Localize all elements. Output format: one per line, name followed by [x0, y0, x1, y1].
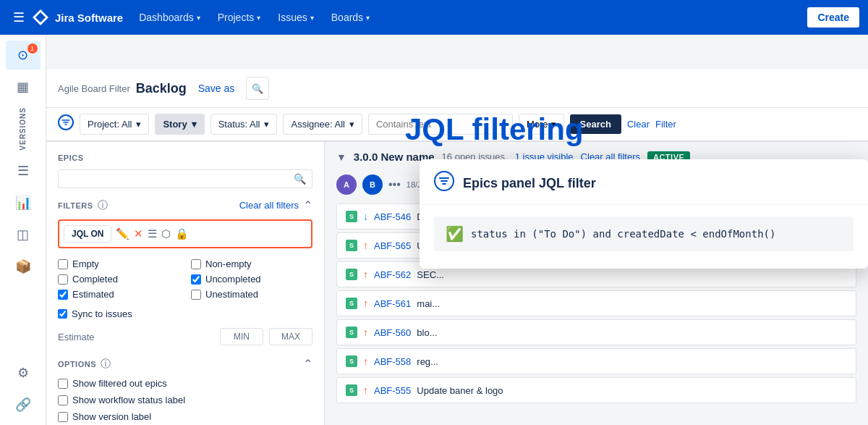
lock-icon[interactable]: 🔒 [175, 227, 189, 240]
chevron-down-icon: ▾ [197, 14, 200, 22]
jira-diamond-icon [32, 9, 49, 26]
backlog-label: Backlog [136, 81, 187, 96]
nav-projects[interactable]: Projects ▾ [210, 7, 268, 28]
estimate-label: Estimate [58, 332, 214, 342]
filters-label: FILTERS [58, 201, 93, 210]
checkbox-completed[interactable]: Completed [58, 274, 179, 285]
chevron-down-icon: ▾ [551, 119, 556, 130]
assignee-filter[interactable]: Assignee: All ▾ [283, 114, 362, 135]
search-icon: 🔍 [294, 173, 306, 185]
issue-type-icon: S [346, 269, 357, 280]
checkbox-unestimated[interactable]: Unestimated [191, 289, 312, 300]
project-filter[interactable]: Project: All ▾ [80, 114, 149, 135]
issue-type-icon: S [346, 384, 357, 396]
modal-title: Epics panel JQL filter [463, 176, 596, 191]
option-filtered-epics[interactable]: Show filtered out epics [58, 378, 312, 389]
versions-label: VERSIONS [19, 107, 27, 151]
filters-header: FILTERS ⓘ Clear all filters ⌃ [58, 198, 312, 212]
top-nav: ☰ Jira Software Dashboards ▾ Projects ▾ … [0, 0, 868, 35]
estimate-max-input[interactable] [269, 328, 312, 345]
sync-checkbox[interactable]: Sync to issues [58, 308, 312, 319]
jql-on-button[interactable]: JQL ON [64, 225, 111, 243]
clear-all-filters-link[interactable]: Clear all filters [239, 200, 299, 211]
close-icon[interactable]: ✕ [134, 227, 143, 240]
issue-key[interactable]: ABF-558 [374, 356, 411, 367]
issue-summary: SEC... [417, 269, 847, 280]
issue-key[interactable]: ABF-555 [374, 385, 411, 396]
jql-filter-modal: Epics panel JQL filter ✅ status in ("To … [420, 159, 868, 269]
jql-status-icon: ✅ [446, 225, 464, 243]
nav-boards[interactable]: Boards ▾ [324, 7, 377, 28]
option-workflow-status[interactable]: Show workflow status label [58, 395, 312, 405]
more-options-icon[interactable]: ••• [388, 178, 401, 191]
issue-type-icon: S [346, 298, 357, 309]
filter-checkboxes: Empty Non-empty Completed Uncompleted Es… [58, 258, 312, 300]
filter-bar: Project: All ▾ Story ▾ Status: All ▾ Ass… [46, 108, 868, 142]
link-icon: 🔗 [15, 397, 31, 413]
app-title: Jira Software [55, 12, 123, 24]
search-button[interactable]: Search [570, 114, 621, 134]
issue-type-icon: S [346, 240, 357, 251]
table-row: S ↑ ABF-560 blo... [336, 319, 856, 345]
sprint-chevron-icon[interactable]: ▼ [336, 151, 346, 163]
jql-query-display: ✅ status in ("To Do") and createdDate < … [434, 216, 854, 251]
epics-title: EPICS [58, 153, 312, 162]
estimate-min-input[interactable] [220, 328, 263, 345]
board-icon: ▦ [17, 79, 29, 95]
clear-button[interactable]: Clear [627, 119, 650, 130]
filter-badge: 1 [27, 43, 38, 54]
sidebar-item-filter[interactable]: ⊙ 1 [6, 41, 41, 70]
saveas-button[interactable]: Save as [192, 80, 241, 97]
menu-icon[interactable]: ☰ [148, 227, 157, 240]
chevron-down-icon: ▾ [310, 14, 314, 22]
option-version-label[interactable]: Show version label [58, 411, 312, 422]
create-button[interactable]: Create [807, 7, 859, 28]
help-icon[interactable]: ⓘ [98, 199, 108, 212]
nav-issues[interactable]: Issues ▾ [271, 7, 320, 28]
edit-icon[interactable]: ✏️ [116, 227, 129, 240]
sidebar-item-board[interactable]: ▦ [6, 72, 41, 101]
more-filter[interactable]: More ▾ [519, 114, 564, 135]
sidebar-item-settings[interactable]: ⚙ [6, 358, 41, 387]
search-icon: 🔍 [252, 83, 263, 94]
jql-query-text: status in ("To Do") and createdDate < en… [471, 228, 775, 240]
sidebar-item-roadmap[interactable]: ◫ [6, 220, 41, 249]
list-icon: ☰ [17, 163, 29, 179]
options-list: Show filtered out epics Show workflow st… [58, 378, 312, 422]
issue-key[interactable]: ABF-565 [374, 240, 411, 251]
priority-icon: ↑ [363, 240, 368, 251]
checkbox-estimated[interactable]: Estimated [58, 289, 179, 300]
checkbox-non-empty[interactable]: Non-empty [191, 258, 312, 269]
collapse-icon[interactable]: ⌃ [303, 357, 312, 371]
sidebar-item-backlog[interactable]: ☰ [6, 156, 41, 185]
collapse-icon[interactable]: ⌃ [303, 198, 312, 212]
hamburger-icon[interactable]: ☰ [9, 5, 29, 30]
filter-button[interactable]: Filter [655, 119, 676, 130]
help-icon[interactable]: ⓘ [101, 358, 111, 371]
text-search-input[interactable] [368, 114, 513, 135]
issue-key[interactable]: ABF-561 [374, 298, 411, 309]
estimate-row: Estimate [58, 328, 312, 345]
epics-search-box[interactable]: 🔍 [58, 169, 312, 188]
table-row: S ↑ ABF-555 Update baner & logo [336, 377, 856, 403]
sidebar-item-link[interactable]: 🔗 [6, 390, 41, 419]
copy-icon[interactable]: ⬡ [161, 227, 171, 240]
modal-filter-icon [434, 171, 454, 195]
issue-key[interactable]: ABF-546 [374, 211, 411, 222]
issue-key[interactable]: ABF-562 [374, 269, 411, 280]
epics-search-input[interactable] [64, 174, 289, 185]
avatar-2: B [362, 174, 383, 195]
toolbar-search-button[interactable]: 🔍 [246, 77, 269, 100]
priority-icon: ↑ [363, 355, 368, 367]
checkbox-uncompleted[interactable]: Uncompleted [191, 274, 312, 285]
status-filter[interactable]: Status: All ▾ [210, 114, 278, 135]
type-filter[interactable]: Story ▾ [155, 114, 204, 135]
issue-type-icon: S [346, 355, 357, 367]
checkbox-empty[interactable]: Empty [58, 258, 179, 269]
issue-key[interactable]: ABF-560 [374, 327, 411, 338]
sidebar-item-reports[interactable]: 📊 [6, 188, 41, 217]
filter-funnel-icon [58, 114, 74, 134]
sidebar-item-releases[interactable]: 📦 [6, 252, 41, 281]
nav-dashboards[interactable]: Dashboards ▾ [132, 7, 208, 28]
issue-summary: Update baner & logo [417, 385, 847, 396]
